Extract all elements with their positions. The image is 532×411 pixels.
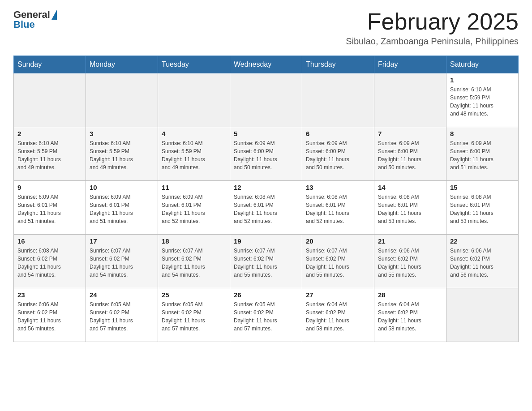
calendar-cell: 19Sunrise: 6:07 AMSunset: 6:02 PMDayligh… bbox=[230, 235, 302, 288]
calendar-week-row: 2Sunrise: 6:10 AMSunset: 5:59 PMDaylight… bbox=[14, 127, 519, 181]
day-info: Sunrise: 6:06 AMSunset: 6:02 PMDaylight:… bbox=[378, 247, 442, 279]
day-info: Sunrise: 6:04 AMSunset: 6:02 PMDaylight:… bbox=[306, 300, 370, 333]
day-number: 24 bbox=[90, 291, 154, 299]
day-info: Sunrise: 6:10 AMSunset: 5:59 PMDaylight:… bbox=[450, 86, 515, 118]
day-number: 11 bbox=[162, 184, 226, 191]
calendar-cell: 22Sunrise: 6:06 AMSunset: 6:02 PMDayligh… bbox=[446, 235, 519, 288]
calendar-cell bbox=[86, 73, 158, 127]
day-info: Sunrise: 6:06 AMSunset: 6:02 PMDaylight:… bbox=[17, 300, 82, 333]
calendar-header-row: SundayMondayTuesdayWednesdayThursdayFrid… bbox=[14, 56, 519, 73]
day-number: 10 bbox=[90, 184, 154, 191]
day-info: Sunrise: 6:07 AMSunset: 6:02 PMDaylight:… bbox=[162, 247, 226, 279]
calendar-cell: 13Sunrise: 6:08 AMSunset: 6:01 PMDayligh… bbox=[302, 181, 374, 235]
calendar-cell: 24Sunrise: 6:05 AMSunset: 6:02 PMDayligh… bbox=[86, 288, 158, 342]
day-info: Sunrise: 6:09 AMSunset: 6:00 PMDaylight:… bbox=[306, 139, 370, 171]
day-number: 7 bbox=[378, 130, 442, 137]
calendar-cell: 27Sunrise: 6:04 AMSunset: 6:02 PMDayligh… bbox=[302, 288, 374, 342]
day-info: Sunrise: 6:07 AMSunset: 6:02 PMDaylight:… bbox=[90, 247, 154, 279]
logo-triangle-icon bbox=[51, 10, 57, 20]
day-number: 2 bbox=[17, 130, 82, 137]
day-number: 18 bbox=[162, 237, 226, 245]
calendar-cell: 8Sunrise: 6:09 AMSunset: 6:00 PMDaylight… bbox=[446, 127, 519, 181]
day-info: Sunrise: 6:08 AMSunset: 6:02 PMDaylight:… bbox=[17, 247, 82, 279]
calendar-cell: 3Sunrise: 6:10 AMSunset: 5:59 PMDaylight… bbox=[86, 127, 158, 181]
calendar-cell: 2Sunrise: 6:10 AMSunset: 5:59 PMDaylight… bbox=[14, 127, 86, 181]
calendar-cell: 16Sunrise: 6:08 AMSunset: 6:02 PMDayligh… bbox=[14, 235, 86, 288]
day-number: 15 bbox=[450, 184, 515, 191]
calendar-week-row: 23Sunrise: 6:06 AMSunset: 6:02 PMDayligh… bbox=[14, 288, 519, 342]
calendar-week-row: 9Sunrise: 6:09 AMSunset: 6:01 PMDaylight… bbox=[14, 181, 519, 235]
weekday-header: Monday bbox=[86, 56, 158, 73]
day-info: Sunrise: 6:05 AMSunset: 6:02 PMDaylight:… bbox=[90, 300, 154, 333]
day-number: 13 bbox=[306, 184, 370, 191]
day-number: 9 bbox=[17, 184, 82, 191]
calendar-cell: 10Sunrise: 6:09 AMSunset: 6:01 PMDayligh… bbox=[86, 181, 158, 235]
logo-blue-text: Blue bbox=[13, 19, 35, 30]
calendar-cell: 28Sunrise: 6:04 AMSunset: 6:02 PMDayligh… bbox=[374, 288, 446, 342]
day-number: 21 bbox=[378, 237, 442, 245]
calendar-cell: 12Sunrise: 6:08 AMSunset: 6:01 PMDayligh… bbox=[230, 181, 302, 235]
calendar-cell bbox=[230, 73, 302, 127]
day-info: Sunrise: 6:09 AMSunset: 6:01 PMDaylight:… bbox=[90, 193, 154, 225]
day-info: Sunrise: 6:07 AMSunset: 6:02 PMDaylight:… bbox=[234, 247, 298, 279]
day-number: 6 bbox=[306, 130, 370, 137]
day-info: Sunrise: 6:09 AMSunset: 6:00 PMDaylight:… bbox=[234, 139, 298, 171]
day-info: Sunrise: 6:09 AMSunset: 6:00 PMDaylight:… bbox=[450, 139, 515, 171]
day-number: 1 bbox=[450, 76, 515, 84]
day-info: Sunrise: 6:04 AMSunset: 6:02 PMDaylight:… bbox=[378, 300, 442, 333]
weekday-header: Sunday bbox=[14, 56, 86, 73]
day-info: Sunrise: 6:09 AMSunset: 6:01 PMDaylight:… bbox=[162, 193, 226, 225]
month-title: February 2025 bbox=[346, 9, 519, 34]
calendar-cell: 17Sunrise: 6:07 AMSunset: 6:02 PMDayligh… bbox=[86, 235, 158, 288]
weekday-header: Thursday bbox=[302, 56, 374, 73]
calendar-table: SundayMondayTuesdayWednesdayThursdayFrid… bbox=[13, 56, 519, 342]
logo: General Blue bbox=[13, 9, 57, 30]
calendar-cell bbox=[374, 73, 446, 127]
calendar-cell bbox=[302, 73, 374, 127]
calendar-cell: 1Sunrise: 6:10 AMSunset: 5:59 PMDaylight… bbox=[446, 73, 519, 127]
day-info: Sunrise: 6:08 AMSunset: 6:01 PMDaylight:… bbox=[234, 193, 298, 225]
calendar-cell: 23Sunrise: 6:06 AMSunset: 6:02 PMDayligh… bbox=[14, 288, 86, 342]
calendar-cell: 4Sunrise: 6:10 AMSunset: 5:59 PMDaylight… bbox=[158, 127, 230, 181]
calendar-week-row: 16Sunrise: 6:08 AMSunset: 6:02 PMDayligh… bbox=[14, 235, 519, 288]
day-number: 19 bbox=[234, 237, 298, 245]
calendar-cell: 20Sunrise: 6:07 AMSunset: 6:02 PMDayligh… bbox=[302, 235, 374, 288]
day-info: Sunrise: 6:08 AMSunset: 6:01 PMDaylight:… bbox=[378, 193, 442, 225]
calendar-cell: 5Sunrise: 6:09 AMSunset: 6:00 PMDaylight… bbox=[230, 127, 302, 181]
calendar-cell bbox=[446, 288, 519, 342]
day-info: Sunrise: 6:08 AMSunset: 6:01 PMDaylight:… bbox=[450, 193, 515, 225]
day-number: 28 bbox=[378, 291, 442, 299]
day-number: 8 bbox=[450, 130, 515, 137]
calendar-cell bbox=[158, 73, 230, 127]
calendar-cell: 21Sunrise: 6:06 AMSunset: 6:02 PMDayligh… bbox=[374, 235, 446, 288]
day-info: Sunrise: 6:10 AMSunset: 5:59 PMDaylight:… bbox=[90, 139, 154, 171]
location-subtitle: Sibulao, Zamboanga Peninsula, Philippine… bbox=[346, 36, 519, 47]
day-number: 17 bbox=[90, 237, 154, 245]
calendar-cell: 25Sunrise: 6:05 AMSunset: 6:02 PMDayligh… bbox=[158, 288, 230, 342]
weekday-header: Wednesday bbox=[230, 56, 302, 73]
calendar-week-row: 1Sunrise: 6:10 AMSunset: 5:59 PMDaylight… bbox=[14, 73, 519, 127]
day-info: Sunrise: 6:07 AMSunset: 6:02 PMDaylight:… bbox=[306, 247, 370, 279]
weekday-header: Saturday bbox=[446, 56, 519, 73]
day-number: 22 bbox=[450, 237, 515, 245]
weekday-header: Tuesday bbox=[158, 56, 230, 73]
day-info: Sunrise: 6:05 AMSunset: 6:02 PMDaylight:… bbox=[162, 300, 226, 333]
day-info: Sunrise: 6:05 AMSunset: 6:02 PMDaylight:… bbox=[234, 300, 298, 333]
weekday-header: Friday bbox=[374, 56, 446, 73]
calendar-cell: 6Sunrise: 6:09 AMSunset: 6:00 PMDaylight… bbox=[302, 127, 374, 181]
day-info: Sunrise: 6:10 AMSunset: 5:59 PMDaylight:… bbox=[162, 139, 226, 171]
day-info: Sunrise: 6:10 AMSunset: 5:59 PMDaylight:… bbox=[17, 139, 82, 171]
day-number: 27 bbox=[306, 291, 370, 299]
calendar-cell: 15Sunrise: 6:08 AMSunset: 6:01 PMDayligh… bbox=[446, 181, 519, 235]
day-number: 26 bbox=[234, 291, 298, 299]
day-number: 5 bbox=[234, 130, 298, 137]
calendar-cell bbox=[14, 73, 86, 127]
day-number: 3 bbox=[90, 130, 154, 137]
page-header: General Blue February 2025 Sibulao, Zamb… bbox=[13, 9, 519, 47]
title-section: February 2025 Sibulao, Zamboanga Peninsu… bbox=[346, 9, 519, 47]
day-number: 4 bbox=[162, 130, 226, 137]
day-number: 25 bbox=[162, 291, 226, 299]
day-info: Sunrise: 6:06 AMSunset: 6:02 PMDaylight:… bbox=[450, 247, 515, 279]
day-number: 12 bbox=[234, 184, 298, 191]
calendar-cell: 11Sunrise: 6:09 AMSunset: 6:01 PMDayligh… bbox=[158, 181, 230, 235]
